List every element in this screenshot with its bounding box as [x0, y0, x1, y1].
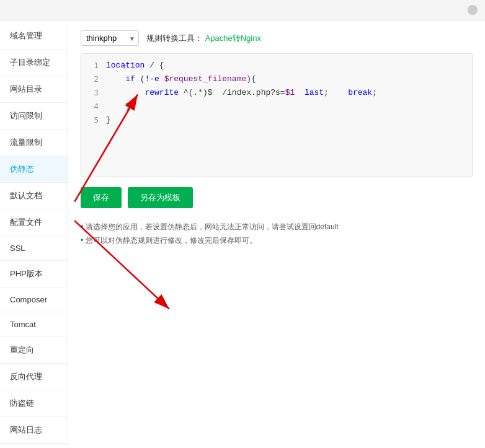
- sidebar-item-traffic[interactable]: 流量限制: [0, 130, 68, 156]
- code-line: 4 }: [81, 100, 472, 113]
- sidebar-item-weblog[interactable]: 网站日志: [0, 417, 68, 444]
- code-lines: 1location / {2 if (!-e $request_filename…: [81, 54, 472, 132]
- sidebar-item-tomcat[interactable]: Tomcat: [0, 312, 68, 337]
- note-item: 您可以对伪静态规则进行修改，修改完后保存即可。: [81, 234, 473, 248]
- sidebar-item-hotlink[interactable]: 防盗链: [0, 390, 68, 417]
- framework-select[interactable]: thinkphplaravelwordpressdefault: [81, 30, 139, 46]
- sidebar-item-reverseproxy[interactable]: 反向代理: [0, 364, 68, 390]
- code-editor[interactable]: 1location / {2 if (!-e $request_filename…: [81, 53, 473, 177]
- line-content: location / {: [106, 59, 472, 72]
- sidebar-item-webdir[interactable]: 网站目录: [0, 76, 68, 103]
- sidebar-item-php[interactable]: PHP版本: [0, 261, 68, 288]
- code-line: 5}: [81, 113, 472, 127]
- sidebar-item-access[interactable]: 访问限制: [0, 103, 68, 130]
- title-bar: [0, 0, 485, 20]
- sidebar-item-default[interactable]: 默认文档: [0, 183, 68, 209]
- line-content: }: [106, 100, 472, 113]
- button-row: 保存 另存为模板: [81, 187, 473, 208]
- code-line: 1location / {: [81, 59, 472, 72]
- code-line: 2 if (!-e $request_filename){: [81, 72, 472, 86]
- code-line: 3 rewrite ^(.*)$ /index.php?s=$1 last; b…: [81, 86, 472, 100]
- sidebar-item-redirect[interactable]: 重定向: [0, 337, 68, 364]
- line-number: 2: [81, 72, 106, 86]
- sidebar-item-composer[interactable]: Composer: [0, 288, 68, 312]
- line-content: rewrite ^(.*)$ /index.php?s=$1 last; bre…: [106, 86, 472, 100]
- sidebar-item-subdir[interactable]: 子目录绑定: [0, 50, 68, 76]
- sidebar-item-ssl[interactable]: SSL: [0, 236, 68, 261]
- line-number: 4: [81, 100, 106, 113]
- framework-select-wrapper[interactable]: thinkphplaravelwordpressdefault ▼: [81, 30, 139, 46]
- save-button[interactable]: 保存: [81, 187, 122, 208]
- sidebar: 域名管理子目录绑定网站目录访问限制流量限制伪静态默认文档配置文件SSLPHP版本…: [0, 20, 68, 446]
- sidebar-item-config[interactable]: 配置文件: [0, 209, 68, 236]
- toolbar: thinkphplaravelwordpressdefault ▼ 规则转换工具…: [81, 30, 473, 46]
- main-window: 域名管理子目录绑定网站目录访问限制流量限制伪静态默认文档配置文件SSLPHP版本…: [0, 0, 485, 448]
- convert-tool-label: 规则转换工具： Apache转Nginx: [146, 33, 261, 44]
- note-item: 请选择您的应用，若设置伪静态后，网站无法正常访问，请尝试设置回default: [81, 221, 473, 234]
- line-number: 1: [81, 59, 106, 72]
- close-button[interactable]: [468, 5, 478, 15]
- sidebar-item-static[interactable]: 伪静态: [0, 156, 68, 183]
- save-as-template-button[interactable]: 另存为模板: [128, 187, 193, 208]
- main-content: thinkphplaravelwordpressdefault ▼ 规则转换工具…: [68, 20, 485, 446]
- line-content: }: [106, 113, 472, 127]
- line-content: if (!-e $request_filename){: [106, 72, 472, 86]
- content-wrapper: 域名管理子目录绑定网站目录访问限制流量限制伪静态默认文档配置文件SSLPHP版本…: [0, 20, 485, 446]
- notes-section: 请选择您的应用，若设置伪静态后，网站无法正常访问，请尝试设置回default您可…: [81, 221, 473, 247]
- line-number: 3: [81, 86, 106, 100]
- apache-to-nginx-link[interactable]: Apache转Nginx: [205, 33, 261, 43]
- line-number: 5: [81, 113, 106, 127]
- sidebar-item-domain[interactable]: 域名管理: [0, 23, 68, 50]
